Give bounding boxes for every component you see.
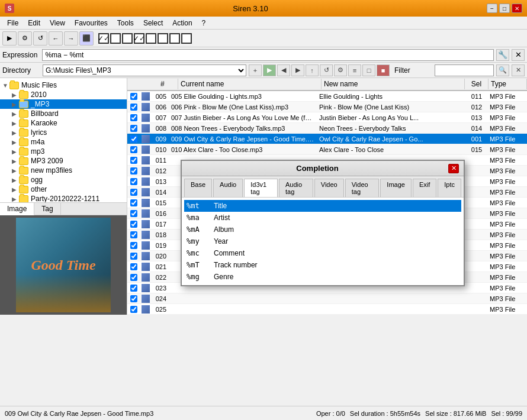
expression-clear-btn[interactable]: ✕ [512, 49, 525, 61]
dir-up-btn[interactable]: ↑ [306, 64, 319, 76]
row-checkbox[interactable] [127, 231, 140, 238]
tab-image[interactable]: Image [0, 203, 34, 215]
expression-build-btn[interactable]: 🔧 [496, 49, 509, 61]
completion-row[interactable]: %mg Genre [184, 271, 461, 283]
completion-row[interactable]: %ma Artist [184, 212, 461, 224]
tree-item-billboard[interactable]: ▶ Billboard [0, 109, 127, 118]
col-hdr-num[interactable]: # [158, 79, 178, 89]
dir-nav-btn[interactable]: ▶ [263, 64, 276, 76]
col-hdr-type[interactable]: Type [489, 79, 527, 89]
tree-item-2010[interactable]: ▶ 2010 [0, 90, 127, 99]
table-row[interactable]: 009 009 Owl City & Carly Rae Jepsen - Go… [127, 134, 527, 144]
table-row[interactable]: 024 MP3 File [127, 293, 527, 304]
row-checkbox[interactable] [127, 114, 140, 121]
row-checkbox[interactable] [127, 125, 140, 132]
row-checkbox[interactable] [127, 93, 140, 100]
tab-tag[interactable]: Tag [34, 203, 60, 215]
cb5[interactable] [146, 33, 156, 44]
tree-root[interactable]: ▼ Music Files [0, 80, 127, 90]
row-checkbox[interactable] [127, 274, 140, 281]
row-checkbox[interactable] [127, 146, 140, 153]
row-checkbox[interactable] [127, 167, 140, 175]
completion-row[interactable]: %my Year [184, 235, 461, 247]
tree-item-other[interactable]: ▶ other [0, 185, 127, 194]
dir-fwd-btn[interactable]: ▶ [291, 64, 304, 76]
dialog-tab-video-tag[interactable]: Video tag [345, 179, 380, 197]
menu-item-?[interactable]: ? [197, 18, 211, 28]
row-checkbox[interactable] [127, 199, 140, 206]
table-row[interactable]: 006 006 Pink - Blow Me (One Last Kiss).m… [127, 102, 527, 112]
row-checkbox[interactable] [127, 157, 140, 164]
dir-btn8[interactable]: □ [362, 64, 375, 76]
filter-clear-btn[interactable]: ✕ [512, 64, 525, 76]
toolbar-btn-4[interactable]: ← [49, 31, 63, 46]
menu-item-view[interactable]: View [45, 18, 70, 28]
completion-row[interactable]: %mT Track number [184, 259, 461, 271]
row-checkbox[interactable] [127, 253, 140, 260]
table-row[interactable]: 008 008 Neon Trees - Everybody Talks.mp3… [127, 123, 527, 134]
dialog-close-btn[interactable]: ✕ [448, 164, 459, 173]
toolbar-btn-2[interactable]: ⚙ [18, 31, 32, 46]
row-checkbox[interactable] [127, 189, 140, 196]
menu-item-action[interactable]: Action [168, 18, 197, 28]
dir-btn9[interactable]: ■ [377, 64, 390, 76]
row-checkbox[interactable] [127, 263, 140, 270]
dir-btn6[interactable]: ⚙ [334, 64, 347, 76]
cb3[interactable] [122, 33, 133, 44]
tree-item-lyrics[interactable]: ▶ lyrics [0, 128, 127, 137]
dialog-tab-audio[interactable]: Audio [213, 179, 243, 197]
table-row[interactable]: 005 005 Ellie Goulding - Lights.mp3 Elli… [127, 91, 527, 102]
table-row[interactable]: 007 007 Justin Bieber - As Long As You L… [127, 112, 527, 123]
dir-add-btn[interactable]: + [249, 64, 262, 76]
col-hdr-new[interactable]: New name [322, 79, 465, 89]
dir-reload-btn[interactable]: ↺ [320, 64, 333, 76]
col-hdr-current[interactable]: Current name [178, 79, 322, 89]
menu-item-favourites[interactable]: Favourites [70, 18, 113, 28]
row-checkbox[interactable] [127, 295, 140, 302]
cb8[interactable] [181, 33, 192, 44]
row-checkbox[interactable] [127, 210, 140, 217]
col-hdr-sel[interactable]: Sel [465, 79, 489, 89]
dialog-tab-video[interactable]: Video [314, 179, 344, 197]
dialog-tab-exif[interactable]: Exif [413, 179, 436, 197]
row-checkbox[interactable] [127, 178, 140, 185]
tree-item-mp3-2009[interactable]: ▶ MP3 2009 [0, 156, 127, 166]
menu-item-select[interactable]: Select [139, 18, 168, 28]
cb4[interactable]: ✓ [134, 33, 144, 44]
menu-item-file[interactable]: File [2, 18, 23, 28]
toolbar-btn-3[interactable]: ↺ [33, 31, 47, 46]
completion-row[interactable]: %mc Comment [184, 247, 461, 259]
dir-btn7[interactable]: ≡ [348, 64, 361, 76]
menu-item-edit[interactable]: Edit [23, 18, 45, 28]
cb6[interactable] [158, 33, 168, 44]
dialog-tab-iptc[interactable]: Iptc [438, 179, 461, 197]
minimize-button[interactable]: − [487, 4, 497, 13]
directory-select[interactable]: G:\Music Files\_MP3 [43, 64, 246, 76]
tree-item-m4a[interactable]: ▶ m4a [0, 137, 127, 147]
row-checkbox[interactable] [127, 306, 140, 313]
dialog-tab-image[interactable]: Image [380, 179, 412, 197]
table-row[interactable]: 025 MP3 File [127, 304, 527, 315]
tree-item-new-mp3files[interactable]: ▶ new mp3files [0, 166, 127, 175]
completion-row[interactable]: %mt Title [184, 200, 461, 212]
tree-item-mp3[interactable]: ▶ mp3 [0, 147, 127, 156]
row-checkbox[interactable] [127, 221, 140, 228]
menu-item-tools[interactable]: Tools [113, 18, 139, 28]
dialog-tab-base[interactable]: Base [184, 179, 212, 197]
toolbar-btn-5[interactable]: → [64, 31, 78, 46]
dialog-tab-audio-tag[interactable]: Audio tag [279, 179, 313, 197]
table-row[interactable]: 010 010 Alex Clare - Too Close.mp3 Alex … [127, 144, 527, 155]
close-button[interactable]: ✕ [512, 4, 522, 13]
toolbar-btn-6[interactable]: ⬛ [79, 31, 94, 46]
toolbar-btn-1[interactable]: ▶ [2, 31, 17, 46]
cb2[interactable] [110, 33, 121, 44]
filter-search-btn[interactable]: 🔍 [496, 64, 509, 76]
row-checkbox[interactable] [127, 104, 140, 111]
tree-item-ogg[interactable]: ▶ ogg [0, 175, 127, 185]
row-checkbox[interactable] [127, 242, 140, 249]
filter-input[interactable] [435, 64, 494, 76]
tree-item-_mp3[interactable]: ▶ _MP3 [0, 99, 127, 109]
row-checkbox[interactable] [127, 135, 140, 143]
row-checkbox[interactable] [127, 285, 140, 292]
completion-row[interactable]: %mA Album [184, 224, 461, 235]
